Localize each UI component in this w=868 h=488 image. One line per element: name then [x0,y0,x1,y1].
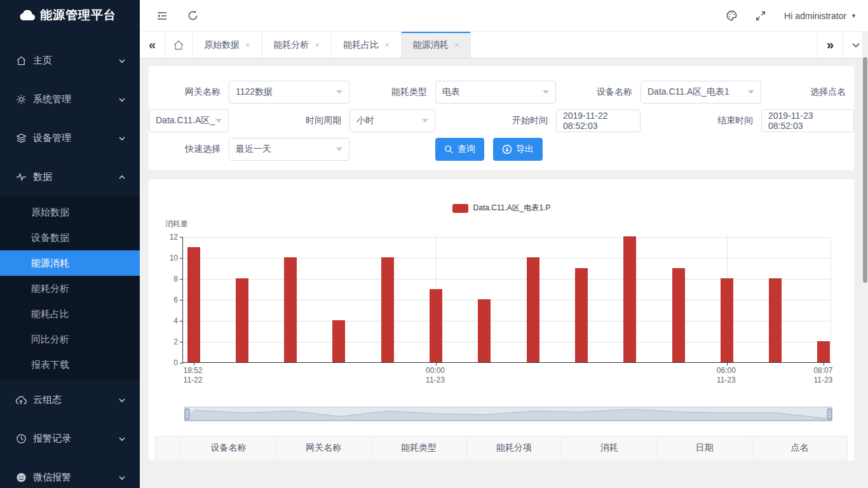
select-caret-icon [543,90,549,94]
energy-type-value: 电表 [442,86,543,98]
gateway-value: 1122数据 [236,86,336,98]
bar-10[interactable] [672,268,685,363]
tab-raw-data[interactable]: 原始数据 × [193,32,262,58]
export-button[interactable]: 导出 [493,138,543,161]
device-select[interactable]: Data.C11.A区_电表1 [641,81,761,104]
bar-9[interactable] [623,236,636,362]
chart-legend[interactable]: Data.C11.A区_电表1.P [149,203,854,214]
gridline [183,342,831,342]
tabs-scroll-right-button[interactable]: » [817,32,843,58]
page-scrollbar[interactable] [862,32,868,488]
sidebar-item-energy-analysis[interactable]: 能耗分析 [0,276,140,301]
select-caret-icon [336,147,342,151]
refresh-icon[interactable] [186,9,200,23]
bar-4[interactable] [381,257,394,362]
legend-label: Data.C11.A区_电表1.P [473,203,551,214]
sidebar-item-yoy-analysis[interactable]: 同比分析 [0,327,140,352]
close-icon[interactable]: × [315,40,320,50]
y-axis-tick [180,300,183,301]
sidebar-item-device[interactable]: 设备管理 [0,119,140,158]
tab-home[interactable] [165,32,193,58]
gridline [183,258,831,259]
sidebar-item-label: 主页 [33,55,118,67]
sidebar-item-wechat-alarm[interactable]: 微信报警 [0,458,140,488]
query-button[interactable]: 查询 [435,138,484,161]
tab-label: 能耗占比 [343,39,379,51]
sidebar-item-raw-data[interactable]: 原始数据 [0,200,140,225]
point-value: Data.C11.A区_电表1.P [156,115,215,126]
gridline [183,237,831,238]
tab-label: 原始数据 [204,39,240,51]
gateway-label: 网关名称 [149,86,229,98]
filter-panel: 网关名称 1122数据 能耗类型 电表 设备名称 Data.C11.A区_电表1… [149,66,854,170]
chevron-down-icon [118,474,126,482]
point-label: 选择点名 [761,86,854,98]
table-col-index [156,437,181,459]
y-tick-label: 12 [149,233,178,241]
quick-value: 最近一天 [236,144,336,155]
app-logo: 能源管理平台 [0,0,140,30]
chevron-down-icon [118,396,126,404]
period-select[interactable]: 小时 [349,109,435,132]
content: 网关名称 1122数据 能耗类型 电表 设备名称 Data.C11.A区_电表1… [140,58,868,488]
sidebar-item-cloud-scada[interactable]: 云组态 [0,381,140,419]
tab-energy-analysis[interactable]: 能耗分析 × [262,32,332,58]
x-tick-label: 00:0011-23 [416,366,454,385]
sidebar-item-report-download[interactable]: 报表下载 [0,352,140,377]
pulse-icon [15,172,27,183]
topbar: Hi administrator ▼ [140,0,868,32]
sidebar-item-alarm-log[interactable]: 报警记录 [0,419,140,458]
close-icon[interactable]: × [454,40,459,50]
table-col-device: 设备名称 [181,437,276,459]
bar-11[interactable] [721,278,733,362]
end-time-input[interactable]: 2019-11-23 08:52:03 [761,109,854,132]
sidebar-item-home[interactable]: 主页 [0,41,140,80]
point-select[interactable]: Data.C11.A区_电表1.P [149,109,229,132]
bar-6[interactable] [478,299,491,362]
bar-7[interactable] [527,257,539,362]
tab-energy-ratio[interactable]: 能耗占比 × [332,32,402,58]
start-time-input[interactable]: 2019-11-22 08:52:03 [556,109,641,132]
export-button-label: 导出 [516,144,534,155]
bar-13[interactable] [817,341,830,362]
chart-panel: Data.C11.A区_电表1.P 消耗量 024681012 设备名称 网关名… [149,179,854,461]
quick-select[interactable]: 最近一天 [229,138,349,161]
bar-2[interactable] [284,257,297,362]
sidebar-item-data[interactable]: 数据 [0,158,140,196]
bar-0[interactable] [187,247,200,363]
sidebar-item-system[interactable]: 系统管理 [0,80,140,119]
chevron-down-icon [118,135,126,142]
datazoom-slider[interactable] [184,407,832,421]
table-col-date: 日期 [657,437,752,459]
sidebar-item-energy-ratio[interactable]: 能耗占比 [0,301,140,327]
gridline [183,279,831,280]
bar-5[interactable] [430,289,442,363]
sidebar-item-energy-consumption[interactable]: 能源消耗 [0,250,140,276]
palette-icon[interactable] [724,9,738,23]
tab-energy-consumption[interactable]: 能源消耗 × [402,32,471,58]
x-axis-tick [824,362,824,365]
tabs-scroll-left-button[interactable]: « [140,32,165,58]
home-icon [173,39,184,51]
close-icon[interactable]: × [384,40,390,50]
bar-8[interactable] [575,268,588,363]
x-axis-tick [727,362,728,365]
cloud-logo-icon [19,9,36,22]
y-axis-tick [180,342,183,342]
fullscreen-icon[interactable] [754,9,768,23]
user-menu[interactable]: Hi administrator ▼ [784,11,857,21]
menu-fold-icon[interactable] [155,9,169,23]
close-icon[interactable]: × [245,40,250,50]
search-icon [444,145,454,154]
bar-3[interactable] [332,320,345,362]
gridline [183,300,831,301]
energy-type-select[interactable]: 电表 [435,81,556,104]
bar-1[interactable] [236,278,248,362]
sidebar-item-label: 设备管理 [33,132,118,144]
gateway-select[interactable]: 1122数据 [229,81,349,104]
bar-12[interactable] [769,278,782,362]
start-time-label: 开始时间 [435,115,556,126]
scrollbar-thumb[interactable] [863,57,867,283]
sidebar-item-device-data[interactable]: 设备数据 [0,225,140,250]
y-axis-tick [180,321,183,322]
